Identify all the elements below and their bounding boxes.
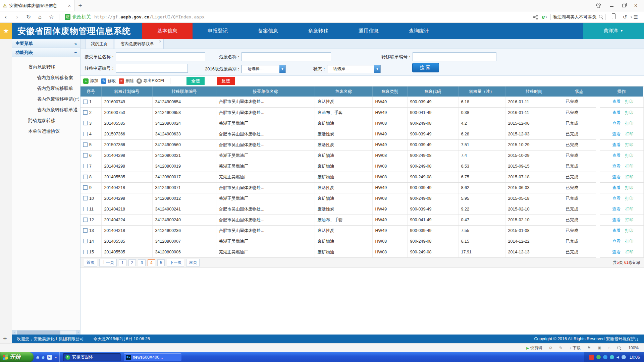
view-link[interactable]: 查看 — [612, 218, 621, 222]
print-link[interactable]: 打印 — [625, 185, 634, 190]
row-checkbox[interactable] — [83, 132, 88, 136]
tab-close-icon[interactable]: × — [67, 3, 71, 8]
start-button[interactable]: 开始 — [0, 352, 34, 362]
last-page-button[interactable]: 尾页 — [186, 259, 200, 266]
print-link[interactable]: 打印 — [625, 218, 634, 222]
download-button[interactable]: ↓下载 — [569, 345, 581, 351]
print-link[interactable]: 打印 — [625, 99, 634, 104]
col-status[interactable]: 状态 — [563, 86, 596, 97]
print-link[interactable]: 打印 — [625, 142, 634, 147]
restore-button[interactable] — [622, 4, 626, 7]
undo-chevron-icon[interactable]: ▾ — [631, 15, 632, 19]
view-link[interactable]: 查看 — [612, 207, 621, 212]
col-waste-name[interactable]: 危废名称 — [315, 86, 372, 97]
view-link[interactable]: 查看 — [612, 153, 621, 158]
chevron-down-icon[interactable]: ▾ — [545, 15, 547, 19]
content-tab-close-icon[interactable]: × — [159, 40, 161, 44]
view-link[interactable]: 查看 — [612, 175, 621, 179]
row-checkbox[interactable] — [83, 153, 88, 158]
undo-icon[interactable]: ↺ — [619, 14, 631, 20]
print-link[interactable]: 打印 — [625, 121, 634, 126]
taskbar-item-photoshop[interactable]: Ps news600X400... — [124, 353, 181, 361]
nav-item[interactable]: 通用信息 — [343, 23, 394, 39]
back-icon[interactable]: ‹ — [0, 14, 11, 20]
nav-item[interactable]: 查询统计 — [394, 23, 444, 39]
browser-quicklaunch-icon[interactable]: e — [42, 354, 44, 360]
col-seq[interactable]: 序号 — [80, 86, 101, 97]
sidebar-hscrollbar[interactable]: ‹ › — [12, 330, 80, 335]
invert-select-button[interactable]: 反选 — [217, 77, 235, 85]
quick-clip-button[interactable]: ▶快剪辑 — [526, 345, 542, 351]
nav-item[interactable]: 备案信息 — [243, 23, 293, 39]
browser-search-text[interactable]: 唯江湖与美人不可辜负 — [553, 14, 596, 20]
pin-icon[interactable]: ✎ — [559, 346, 562, 350]
manifest-no-input[interactable] — [413, 52, 496, 61]
sidebar-main-menu-header[interactable]: 主要菜单 « — [12, 39, 80, 48]
share-icon[interactable] — [533, 15, 538, 19]
col-plan-no[interactable]: 转移计划编号 — [101, 86, 152, 97]
view-link[interactable]: 查看 — [612, 110, 621, 115]
taskbar-item-browser[interactable]: e 安徽省固体... — [63, 353, 121, 361]
media-player-icon[interactable]: ▶ — [47, 355, 52, 360]
more-icon[interactable]: » — [55, 355, 57, 359]
print-link[interactable]: 打印 — [625, 132, 634, 136]
minimize-button[interactable] — [610, 4, 613, 7]
row-checkbox[interactable] — [83, 218, 88, 222]
row-checkbox[interactable] — [83, 239, 88, 243]
col-date[interactable]: 转移时间 — [505, 86, 563, 97]
select-dropdown-icon[interactable]: ▼ — [374, 65, 380, 73]
row-checkbox[interactable] — [83, 228, 88, 233]
search-button[interactable]: 搜索 — [412, 63, 439, 72]
col-amount[interactable]: 转移量（吨） — [458, 86, 505, 97]
content-tab[interactable]: 我的主页 × — [85, 39, 113, 49]
first-page-button[interactable]: 首页 — [84, 259, 97, 266]
row-checkbox[interactable] — [83, 250, 88, 254]
content-tab[interactable]: 省内危废转移联单 × — [115, 39, 164, 49]
print-link[interactable]: 打印 — [625, 207, 634, 212]
view-link[interactable]: 查看 — [612, 239, 621, 244]
sidebar-item[interactable]: 省内危废转移联单 — [12, 83, 80, 94]
prev-page-button[interactable]: 上一页 — [99, 259, 117, 266]
search-icon[interactable] — [599, 15, 603, 19]
page-number-button[interactable]: 1 — [119, 259, 126, 266]
tray-network-icon[interactable] — [622, 355, 626, 359]
scroll-left-icon[interactable]: ‹ — [12, 330, 16, 335]
status-select[interactable]: ---请选择--- ▼ — [327, 65, 381, 73]
star-icon[interactable]: ★ — [0, 23, 12, 39]
collapse-icon[interactable]: « — [74, 41, 77, 46]
view-link[interactable]: 查看 — [612, 228, 621, 233]
url-text[interactable]: http://gf.aepb.gov.cn/LigerUI/QYIndex.as… — [94, 14, 205, 19]
ie-quicklaunch-icon[interactable]: e — [36, 354, 39, 360]
row-checkbox[interactable] — [83, 185, 88, 190]
print-link[interactable]: 打印 — [625, 250, 634, 254]
select-all-button[interactable]: 全选 — [186, 77, 205, 85]
nav-item[interactable]: 危废转移 — [293, 23, 343, 39]
browser-tab[interactable]: ⚠ 安徽省固体废物管理信息 × — [0, 0, 74, 11]
page-number-button[interactable]: 4 — [148, 259, 155, 266]
scrollbar-track[interactable] — [60, 330, 76, 335]
flag-icon[interactable]: ⚑ — [587, 346, 591, 350]
minus-icon[interactable]: − — [74, 50, 77, 55]
favorite-star-icon[interactable]: ☆ — [46, 13, 57, 20]
edit-button[interactable]: ✎修改 — [101, 78, 116, 84]
tray-red-icon[interactable] — [589, 355, 594, 360]
user-menu[interactable]: 黄洋洋 ▼ — [583, 23, 644, 39]
view-link[interactable]: 查看 — [612, 250, 621, 254]
mobile-view-icon[interactable] — [608, 13, 619, 21]
col-company[interactable]: 接受单位名称 — [216, 86, 315, 97]
forward-icon[interactable]: › — [11, 14, 23, 20]
export-excel-button[interactable]: ✱导出EXCEL — [137, 78, 165, 84]
print-link[interactable]: 打印 — [625, 228, 634, 233]
tray-green-icon[interactable] — [596, 355, 601, 359]
strip-plus-icon[interactable]: + — [3, 335, 7, 343]
delete-button[interactable]: ≡删除 — [119, 78, 134, 84]
view-link[interactable]: 查看 — [612, 142, 621, 147]
task-icon[interactable]: ◌ — [608, 346, 610, 350]
home-icon[interactable]: ⌂ — [34, 14, 46, 20]
tray-collapse-icon[interactable]: ◀ — [616, 355, 619, 359]
print-link[interactable]: 打印 — [625, 153, 634, 158]
window-split-icon[interactable]: ▣ — [598, 346, 601, 350]
tray-blue-icon[interactable] — [603, 355, 607, 359]
site-verified-icon[interactable]: 证 — [65, 14, 70, 20]
nav-item[interactable]: 申报登记 — [193, 23, 243, 39]
